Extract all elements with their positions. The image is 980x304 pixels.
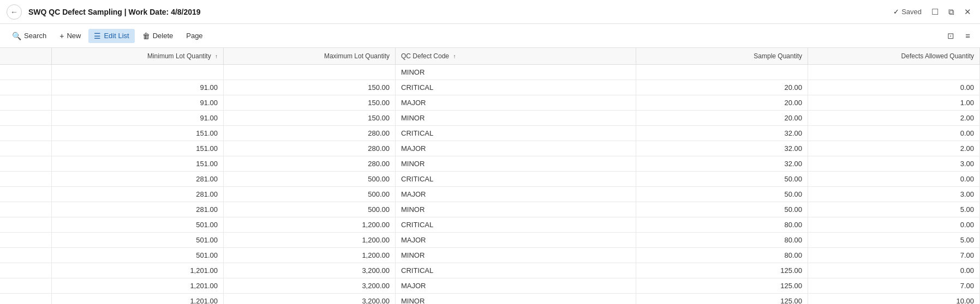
table-row[interactable]: 281.00500.00CRITICAL50.000.00	[0, 172, 980, 187]
table-row[interactable]: 281.00500.00MINOR50.005.00	[0, 202, 980, 217]
table-row[interactable]: 151.00280.00MAJOR32.002.00	[0, 141, 980, 156]
title-bar: ← SWQ QC Defect Sampling | Work Date: 4/…	[0, 0, 980, 24]
cell-qc-defect-code: CRITICAL	[396, 217, 636, 233]
sort-asc-icon: ↑	[215, 53, 218, 59]
table-header-row: Minimum Lot Quantity ↑ Maximum Lot Quant…	[0, 48, 980, 65]
filter-icon[interactable]: ⊡	[944, 29, 958, 43]
row-select-cell	[0, 263, 52, 278]
col-header-qc-defect[interactable]: QC Defect Code ↑	[396, 48, 636, 65]
cell-sample-qty: 125.00	[636, 278, 808, 294]
table-row[interactable]: 91.00150.00MAJOR20.001.00	[0, 95, 980, 111]
delete-button[interactable]: 🗑 Delete	[137, 29, 179, 43]
table-row[interactable]: 151.00280.00CRITICAL32.000.00	[0, 126, 980, 141]
plus-icon: +	[59, 32, 64, 40]
col-header-sample-qty[interactable]: Sample Quantity	[636, 48, 808, 65]
cell-max-lot: 1,200.00	[224, 248, 396, 263]
cell-qc-defect-code: MINOR	[396, 156, 636, 172]
col-header-max-lot[interactable]: Maximum Lot Quantity	[224, 48, 396, 65]
sort-asc-icon-2: ↑	[453, 53, 456, 59]
cell-sample-qty: 50.00	[636, 202, 808, 217]
cell-defects-allowed: 3.00	[808, 187, 980, 202]
toolbar: 🔍 Search + New ☰ Edit List 🗑 Delete Page…	[0, 24, 980, 48]
cell-qc-defect-code: MAJOR	[396, 141, 636, 156]
cell-qc-defect-code: CRITICAL	[396, 80, 636, 95]
table-row[interactable]: 1,201.003,200.00MINOR125.0010.00	[0, 294, 980, 305]
popout-icon[interactable]: ⧉	[946, 6, 957, 18]
row-select-cell	[0, 217, 52, 233]
cell-sample-qty: 50.00	[636, 172, 808, 187]
delete-icon: 🗑	[142, 32, 150, 40]
row-select-cell	[0, 278, 52, 294]
cell-qc-defect-code: MAJOR	[396, 95, 636, 111]
table-row[interactable]: 281.00500.00MAJOR50.003.00	[0, 187, 980, 202]
cell-qc-defect-code: MINOR	[396, 202, 636, 217]
cell-sample-qty: 32.00	[636, 156, 808, 172]
cell-qc-defect-code: CRITICAL	[396, 172, 636, 187]
row-select-cell	[0, 187, 52, 202]
cell-sample-qty: 20.00	[636, 80, 808, 95]
back-button[interactable]: ←	[7, 4, 22, 20]
row-select-cell	[0, 294, 52, 305]
cell-max-lot: 3,200.00	[224, 263, 396, 278]
cell-min-lot: 281.00	[52, 187, 224, 202]
cell-sample-qty: 80.00	[636, 233, 808, 248]
row-select-cell	[0, 126, 52, 141]
table-row[interactable]: 91.00150.00MINOR20.002.00	[0, 111, 980, 126]
cell-defects-allowed: 1.00	[808, 95, 980, 111]
cell-max-lot: 1,200.00	[224, 217, 396, 233]
cell-qc-defect-code: MINOR	[396, 248, 636, 263]
columns-icon[interactable]: ≡	[962, 29, 973, 43]
search-button[interactable]: 🔍 Search	[7, 29, 52, 43]
cell-defects-allowed: 7.00	[808, 248, 980, 263]
table-row[interactable]: 1,201.003,200.00MAJOR125.007.00	[0, 278, 980, 294]
col-header-defects-allowed[interactable]: Defects Allowed Quantity	[808, 48, 980, 65]
cell-min-lot: 91.00	[52, 80, 224, 95]
cell-sample-qty: 20.00	[636, 111, 808, 126]
row-select-cell	[0, 111, 52, 126]
col-header-select	[0, 48, 52, 65]
cell-defects-allowed: 2.00	[808, 141, 980, 156]
cell-defects-allowed: 0.00	[808, 217, 980, 233]
page-button[interactable]: Page	[181, 29, 208, 42]
cell-qc-defect-code: MINOR	[396, 111, 636, 126]
cell-max-lot: 150.00	[224, 95, 396, 111]
cell-max-lot: 500.00	[224, 172, 396, 187]
cell-max-lot: 280.00	[224, 156, 396, 172]
window-icons: ☐ ⧉ ✕	[929, 6, 973, 18]
cell-qc-defect-code: MAJOR	[396, 278, 636, 294]
cell-max-lot: 500.00	[224, 202, 396, 217]
cell-defects-allowed	[808, 65, 980, 80]
new-button[interactable]: + New	[54, 29, 86, 43]
page-title: SWQ QC Defect Sampling | Work Date: 4/8/…	[28, 8, 893, 16]
table-row[interactable]: 1,201.003,200.00CRITICAL125.000.00	[0, 263, 980, 278]
edit-list-button[interactable]: ☰ Edit List	[88, 29, 134, 43]
cell-defects-allowed: 0.00	[808, 80, 980, 95]
cell-qc-defect-code: MAJOR	[396, 187, 636, 202]
cell-max-lot: 280.00	[224, 141, 396, 156]
table-row[interactable]: MINOR	[0, 65, 980, 80]
cell-sample-qty: 32.00	[636, 141, 808, 156]
cell-min-lot: 151.00	[52, 141, 224, 156]
cell-min-lot: 281.00	[52, 202, 224, 217]
table-row[interactable]: 151.00280.00MINOR32.003.00	[0, 156, 980, 172]
cell-max-lot: 500.00	[224, 187, 396, 202]
data-table: Minimum Lot Quantity ↑ Maximum Lot Quant…	[0, 48, 980, 304]
cell-min-lot: 1,201.00	[52, 278, 224, 294]
cell-min-lot: 281.00	[52, 172, 224, 187]
cell-sample-qty: 32.00	[636, 126, 808, 141]
collapse-icon[interactable]: ✕	[962, 6, 973, 18]
check-icon: ✓	[893, 8, 899, 16]
cell-min-lot	[52, 65, 224, 80]
row-select-cell	[0, 202, 52, 217]
cell-sample-qty	[636, 65, 808, 80]
table-row[interactable]: 501.001,200.00CRITICAL80.000.00	[0, 217, 980, 233]
cell-min-lot: 501.00	[52, 217, 224, 233]
table-row[interactable]: 501.001,200.00MINOR80.007.00	[0, 248, 980, 263]
bookmark-icon[interactable]: ☐	[929, 6, 941, 18]
row-select-cell	[0, 141, 52, 156]
table-row[interactable]: 501.001,200.00MAJOR80.005.00	[0, 233, 980, 248]
row-select-cell	[0, 95, 52, 111]
col-header-min-lot[interactable]: Minimum Lot Quantity ↑	[52, 48, 224, 65]
table-row[interactable]: 91.00150.00CRITICAL20.000.00	[0, 80, 980, 95]
cell-min-lot: 1,201.00	[52, 294, 224, 305]
